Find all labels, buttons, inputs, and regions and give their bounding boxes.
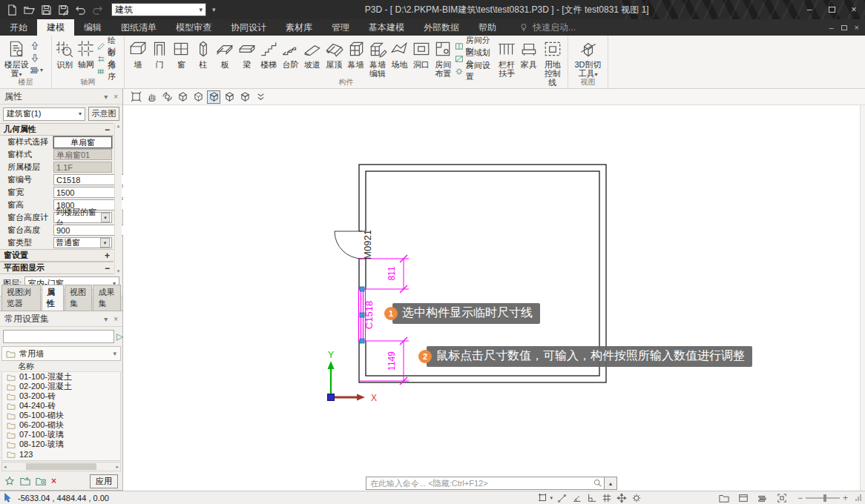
grid-recognize-button[interactable]: 识别: [55, 38, 75, 69]
schematic-button[interactable]: 示意图: [88, 107, 119, 121]
component-door-button[interactable]: 门: [149, 38, 169, 69]
window-type-dropdown[interactable]: 普通窗▾: [53, 237, 112, 248]
dim-label-top[interactable]: 811: [387, 266, 397, 280]
floor-down-button[interactable]: [30, 53, 43, 63]
fit-screen-icon[interactable]: [777, 493, 787, 503]
delete-icon[interactable]: ×: [51, 476, 56, 486]
ortho-mode-icon[interactable]: [587, 493, 597, 503]
panel-menu-icon[interactable]: ▾: [104, 93, 108, 101]
new-view-icon[interactable]: [719, 493, 729, 503]
component-site-button[interactable]: 场地: [389, 38, 410, 69]
layers-icon[interactable]: [757, 493, 768, 503]
mdi-minimize-button[interactable]: –: [829, 23, 833, 32]
floor-list-button[interactable]: ▾: [30, 64, 43, 75]
realistic-view-icon[interactable]: [238, 90, 251, 104]
dropdown-arrow-icon[interactable]: ▾: [550, 495, 553, 501]
floor-settings-button[interactable]: 楼层设置▾: [3, 38, 30, 79]
settings-gear-icon[interactable]: [631, 493, 642, 503]
tab-view-browser[interactable]: 视图浏览器: [1, 285, 41, 311]
tab-model-review[interactable]: 模型审查: [166, 19, 221, 36]
panel-close-icon[interactable]: ×: [114, 315, 118, 323]
shaded-edges-view-icon[interactable]: [223, 90, 236, 104]
tab-view-set[interactable]: 视图集: [65, 285, 93, 311]
save-icon[interactable]: [40, 4, 53, 16]
favorite-add-icon[interactable]: [4, 476, 15, 486]
section-window-settings[interactable]: 窗设置 +: [0, 249, 114, 262]
tab-start[interactable]: 开始: [0, 19, 37, 36]
zoom-slider[interactable]: [806, 497, 840, 499]
wireframe-view-icon[interactable]: [176, 90, 189, 104]
folder-add-icon[interactable]: [20, 476, 30, 486]
grid-snap-icon[interactable]: [602, 493, 612, 503]
expand-icon[interactable]: +: [105, 251, 110, 261]
pan-icon[interactable]: [145, 90, 158, 104]
tab-basic-modeling[interactable]: 基本建模: [359, 19, 414, 36]
sill-calc-dropdown[interactable]: 到楼层的窗台▾: [53, 212, 112, 223]
dim-label-bottom[interactable]: 1149: [387, 351, 397, 371]
component-steps-button[interactable]: 台阶: [280, 38, 300, 69]
room-settings-button[interactable]: 房间设置: [455, 65, 496, 77]
floor-up-button[interactable]: [30, 41, 43, 51]
list-item[interactable]: 08-120-玻璃: [2, 440, 120, 449]
shaded-view-icon[interactable]: [207, 90, 220, 104]
component-slab-button[interactable]: 板: [215, 38, 235, 69]
collapse-icon[interactable]: −: [105, 125, 110, 135]
component-room-layout-button[interactable]: 房间布置: [432, 38, 453, 78]
collapse-icon[interactable]: −: [105, 263, 110, 273]
command-history-button[interactable]: ▴: [605, 477, 617, 490]
component-opening-button[interactable]: 洞口: [411, 38, 431, 69]
apply-button[interactable]: 应用: [90, 474, 118, 488]
plan-view[interactable]: 811 1149 M0921 C1518 Y X: [123, 105, 865, 491]
maximize-button[interactable]: [820, 0, 843, 19]
mdi-restore-button[interactable]: [841, 25, 847, 30]
undo-icon[interactable]: [74, 4, 87, 16]
zoom-out-icon[interactable]: −: [797, 493, 803, 503]
component-stairs-button[interactable]: 楼梯: [258, 38, 278, 69]
railing-button[interactable]: 栏杆扶手: [497, 38, 517, 78]
component-beam-button[interactable]: 梁: [237, 38, 257, 69]
tab-material-library[interactable]: 素材库: [276, 19, 322, 36]
command-input[interactable]: [366, 477, 605, 490]
minimize-button[interactable]: –: [798, 0, 820, 19]
component-ramp-button[interactable]: 坡道: [302, 38, 322, 69]
tab-properties[interactable]: 属性: [42, 285, 64, 311]
window-style-button[interactable]: 单扇窗: [53, 136, 112, 148]
furniture-button[interactable]: 家具: [519, 38, 539, 69]
component-curtainwall-button[interactable]: 幕墙: [346, 38, 366, 69]
zoom-slider-thumb[interactable]: [823, 494, 826, 502]
quick-launch[interactable]: 快速启动...: [519, 19, 576, 36]
zoom-in-icon[interactable]: +: [843, 493, 848, 503]
settings-hscrollbar[interactable]: ◂ ▸: [1, 462, 121, 471]
object-snap-icon[interactable]: [538, 493, 548, 503]
grid-axis-button[interactable]: 轴网: [76, 38, 96, 69]
tab-external-data[interactable]: 外部数据: [414, 19, 469, 36]
search-run-button[interactable]: ▷: [116, 330, 123, 343]
component-curtainwall-edit-button[interactable]: 幕墙编辑: [367, 38, 387, 78]
discipline-dropdown[interactable]: 建筑 ▾: [111, 3, 206, 16]
redo-icon[interactable]: [91, 4, 104, 16]
tab-collaboration[interactable]: 协同设计: [221, 19, 276, 36]
fit-view-icon[interactable]: [129, 90, 142, 104]
section-geometry[interactable]: 几何属性 −: [0, 123, 114, 136]
more-views-icon[interactable]: [254, 90, 267, 104]
component-wall-button[interactable]: 墙: [128, 38, 148, 69]
mdi-close-button[interactable]: ×: [855, 23, 859, 32]
tab-help[interactable]: 帮助: [469, 19, 506, 36]
tab-edit[interactable]: 编辑: [74, 19, 111, 36]
panel-close-icon[interactable]: ×: [114, 93, 118, 101]
properties-scrollbar[interactable]: ▴ ▾: [114, 123, 122, 274]
panel-menu-icon[interactable]: ▾: [104, 315, 108, 323]
tab-drawing-list[interactable]: 图纸清单: [111, 19, 166, 36]
window-layout-icon[interactable]: [738, 493, 749, 503]
gizmo-icon[interactable]: [616, 493, 627, 503]
list-item[interactable]: 123: [2, 449, 120, 459]
tab-management[interactable]: 管理: [322, 19, 359, 36]
save-as-icon[interactable]: [57, 4, 70, 16]
open-file-icon[interactable]: [23, 4, 36, 16]
settings-search-input[interactable]: [3, 330, 114, 343]
3d-section-tool-button[interactable]: 3D剖切工具▾: [571, 38, 605, 79]
grid-sort-button[interactable]: 排序: [97, 65, 121, 77]
grip-top[interactable]: [360, 287, 364, 291]
component-column-button[interactable]: 柱: [193, 38, 213, 69]
close-button[interactable]: ×: [843, 0, 865, 19]
